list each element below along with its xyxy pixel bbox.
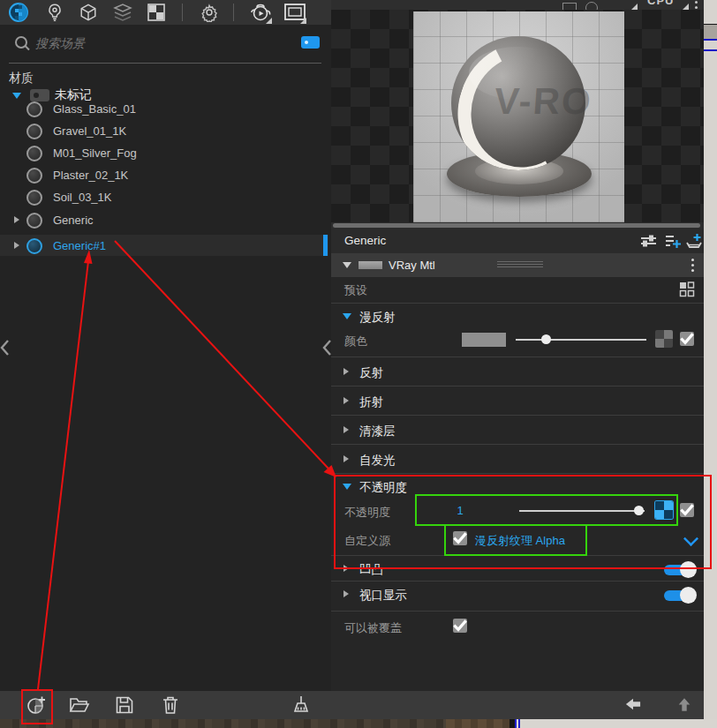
section-separator	[331, 415, 704, 416]
up-arrow-icon[interactable]	[676, 695, 692, 717]
opacity-texture-slot[interactable]	[655, 501, 673, 519]
frame-buffer-dropdown-corner[interactable]	[300, 18, 306, 24]
opacity-row-label: 不透明度	[344, 505, 390, 521]
scene-panel: 材质 未标记 Glass_Basic_01 Gravel_01_1K M01_S…	[0, 25, 331, 691]
material-type-row[interactable]: VRay Mtl	[331, 253, 704, 277]
material-title: Generic	[344, 234, 386, 247]
back-arrow-icon[interactable]	[623, 696, 643, 716]
section-separator	[331, 303, 704, 304]
expander-right-icon[interactable]	[343, 590, 349, 597]
add-node-icon[interactable]	[664, 232, 682, 253]
host-wood-texture	[0, 719, 446, 728]
kebab-menu-icon[interactable]	[691, 259, 694, 261]
tune-sliders-icon[interactable]	[640, 233, 657, 252]
top-toolbar-right-cut: CPU	[331, 0, 704, 10]
open-folder-icon[interactable]	[69, 695, 90, 718]
settings-gear-icon[interactable]	[198, 2, 221, 23]
expander-down-icon[interactable]	[343, 313, 351, 319]
viewport-display-toggle[interactable]	[664, 590, 694, 601]
section-separator	[331, 555, 704, 556]
material-sphere-icon	[26, 168, 42, 184]
override-checkbox[interactable]	[453, 619, 467, 633]
chevron-down-icon[interactable]	[683, 531, 698, 546]
splitter-bar[interactable]	[331, 222, 704, 229]
expander-down-icon[interactable]	[343, 262, 351, 268]
opacity-value[interactable]: 1	[444, 504, 476, 517]
diffuse-color-label: 颜色	[344, 334, 367, 349]
material-sphere-icon	[26, 124, 42, 139]
expander-right-icon[interactable]	[343, 397, 349, 404]
material-row[interactable]: M01_Silver_Fog	[0, 142, 328, 164]
search-separator	[9, 63, 321, 64]
host-blue-line	[704, 39, 717, 41]
delete-icon[interactable]	[162, 695, 179, 718]
diffuse-checkbox[interactable]	[680, 332, 694, 346]
custom-source-value[interactable]: 漫反射纹理 Alpha	[475, 533, 565, 549]
search-input[interactable]	[34, 33, 293, 54]
drag-grip[interactable]	[497, 261, 543, 269]
tag-filter-icon[interactable]	[301, 36, 320, 49]
top-toolbar	[0, 0, 331, 25]
material-row-selected[interactable]: Generic#1	[0, 235, 328, 256]
section-diffuse-header[interactable]: 漫反射	[331, 306, 704, 327]
textures-icon[interactable]	[147, 3, 166, 22]
material-sphere-icon	[26, 146, 42, 161]
diffuse-texture-slot[interactable]	[655, 330, 673, 348]
expander-right-icon[interactable]	[343, 455, 349, 462]
section-separator	[331, 581, 704, 582]
bump-toggle[interactable]	[664, 565, 694, 575]
material-row[interactable]: Generic	[0, 209, 328, 231]
diffuse-slider-handle[interactable]	[541, 334, 551, 344]
opacity-slider-track[interactable]	[519, 510, 645, 512]
preset-grid-icon[interactable]	[679, 281, 695, 301]
opacity-slider-handle[interactable]	[634, 506, 644, 515]
section-refraction-header[interactable]: 折射	[331, 389, 704, 414]
section-self-illumination-header[interactable]: 自发光	[331, 447, 704, 472]
purge-broom-icon[interactable]	[291, 694, 311, 719]
expander-right-icon[interactable]	[343, 368, 349, 375]
diffuse-color-swatch[interactable]	[462, 333, 506, 347]
section-opacity-header[interactable]: 不透明度	[331, 477, 704, 497]
save-icon[interactable]	[115, 695, 134, 718]
material-row[interactable]: Plaster_02_1K	[0, 164, 328, 186]
render-dropdown-corner[interactable]	[266, 18, 272, 24]
opacity-checkbox[interactable]	[680, 503, 694, 517]
section-separator	[331, 611, 704, 612]
expander-right-icon[interactable]	[343, 565, 349, 572]
expander-right-icon[interactable]	[343, 426, 349, 433]
host-blue-line	[704, 49, 717, 51]
material-sphere-icon	[26, 101, 42, 117]
import-asset-icon[interactable]	[685, 232, 703, 253]
section-viewport-display-header[interactable]: 视口显示	[331, 582, 704, 606]
override-row: 可以被覆盖	[331, 614, 704, 639]
material-row[interactable]: Gravel_01_1K	[0, 120, 328, 142]
custom-source-checkbox[interactable]	[453, 531, 467, 545]
section-coat-header[interactable]: 清漆层	[331, 418, 704, 443]
material-row[interactable]: Glass_Basic_01	[0, 98, 328, 120]
diffuse-slider-track[interactable]	[516, 339, 646, 341]
geometry-icon[interactable]	[78, 2, 99, 23]
vray-logo-icon[interactable]	[7, 2, 30, 23]
custom-source-label: 自定义源	[344, 533, 390, 549]
expander-right-icon[interactable]	[14, 216, 19, 223]
cut-icon[interactable]	[562, 3, 577, 10]
collapse-left-chevron[interactable]	[0, 339, 10, 360]
engine-dropdown-corner[interactable]	[631, 4, 638, 10]
properties-panel: V-RO Generic	[331, 10, 704, 691]
lights-icon[interactable]	[44, 2, 65, 23]
cut-icon[interactable]	[585, 2, 598, 10]
kebab-menu-icon[interactable]	[695, 1, 698, 4]
expander-right-icon[interactable]	[14, 242, 19, 249]
selection-indicator-bar	[323, 235, 328, 256]
layers-icon[interactable]	[111, 2, 134, 23]
engine-dropdown-corner[interactable]	[683, 4, 689, 10]
expander-down-icon[interactable]	[343, 484, 351, 490]
engine-label[interactable]: CPU	[647, 0, 674, 7]
material-sphere-icon	[26, 190, 42, 206]
add-material-icon[interactable]	[26, 694, 47, 719]
host-app-sliver	[704, 0, 717, 728]
material-row[interactable]: Soil_03_1K	[0, 186, 328, 208]
section-bump-header[interactable]: 凹凸	[331, 557, 704, 581]
section-reflection-header[interactable]: 反射	[331, 360, 704, 385]
preset-row[interactable]: 预设	[331, 277, 704, 301]
